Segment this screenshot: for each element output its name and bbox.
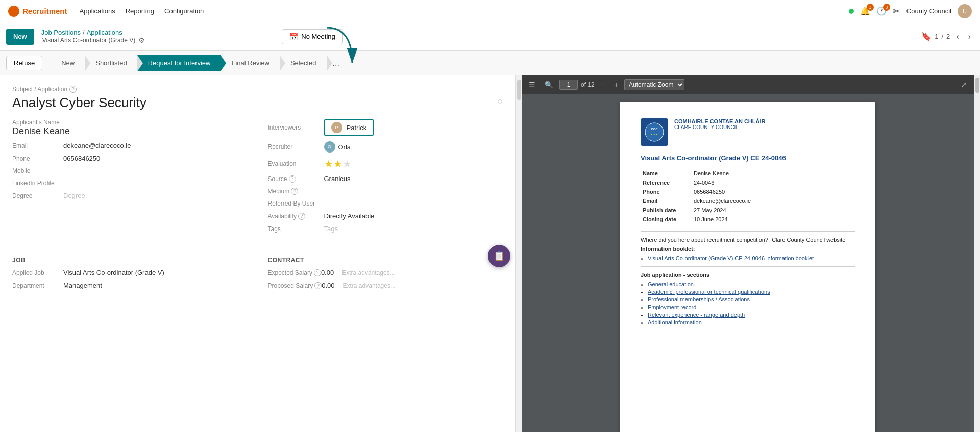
- favorite-circle-icon[interactable]: ○: [497, 96, 503, 107]
- interviewer-avatar: P: [331, 122, 342, 133]
- app-logo: Recruitment: [8, 6, 67, 17]
- applied-job-value: Visual Arts Co-ordinator (Grade V): [63, 269, 164, 276]
- availability-field: Availability ? Directly Available: [268, 212, 503, 220]
- pdf-section-5[interactable]: Additional information: [648, 319, 702, 325]
- pdf-field-closing: Closing date 10 June 2024: [641, 215, 855, 224]
- expected-salary-value[interactable]: 0.00: [321, 269, 334, 276]
- pdf-name-label: Name: [641, 169, 692, 178]
- top-nav: Recruitment Applications Reporting Confi…: [0, 0, 980, 22]
- pdf-scrollbar-thumb[interactable]: [975, 78, 979, 93]
- applicant-name-value: Denise Keane: [12, 126, 70, 137]
- left-column: Applicant's Name Denise Keane Email deke…: [12, 119, 248, 238]
- pdf-info-booklet-title: Information booklet:: [641, 246, 855, 252]
- tags-placeholder[interactable]: Tags: [324, 225, 338, 233]
- form-grid: Applicant's Name Denise Keane Email deke…: [12, 119, 503, 238]
- pdf-info-table: Name Denise Keane Reference 24-0046 Phon…: [641, 169, 855, 224]
- phone-field: Phone 0656846250: [12, 155, 248, 162]
- pdf-search-button[interactable]: 🔍: [542, 80, 556, 90]
- section-divider: [12, 246, 503, 246]
- expected-salary-field: Expected Salary ? 0.00 Extra advantages.…: [268, 269, 503, 276]
- bookmark-icon[interactable]: 🔖: [921, 32, 932, 41]
- tools-icon[interactable]: ✂: [893, 6, 900, 17]
- pdf-publish-label: Publish date: [641, 206, 692, 215]
- next-page-button[interactable]: ›: [965, 31, 974, 42]
- job-section-title: JOB: [12, 257, 248, 264]
- medium-field: Medium ?: [268, 188, 503, 195]
- evaluation-star-empty: ★: [342, 158, 352, 170]
- pagination: 🔖 1 / 2 ‹ ›: [921, 31, 974, 42]
- pdf-field-publish: Publish date 27 May 2024: [641, 206, 855, 215]
- new-button[interactable]: New: [6, 29, 34, 45]
- settings-gear-icon[interactable]: ⚙: [138, 36, 145, 44]
- stage-selected[interactable]: Selected: [280, 55, 327, 71]
- pdf-phone-label: Phone: [641, 187, 692, 196]
- pdf-section-0[interactable]: General education: [648, 281, 694, 287]
- medium-help-icon[interactable]: ?: [291, 188, 298, 195]
- proposed-help-icon[interactable]: ?: [314, 282, 322, 289]
- pdf-section-4[interactable]: Relevant experience - range and depth: [648, 312, 745, 318]
- pdf-org-line1: COMHAIRLE CONTAE AN CHLÁIR: [674, 118, 765, 124]
- recruiter-value[interactable]: O Orla: [324, 141, 351, 153]
- refuse-button[interactable]: Refuse: [6, 56, 42, 70]
- pdf-zoom-in-button[interactable]: +: [611, 80, 621, 90]
- pdf-closing-label: Closing date: [641, 215, 692, 224]
- prev-page-button[interactable]: ‹: [953, 31, 962, 42]
- pdf-section-2[interactable]: Professional memberships / Associations: [648, 296, 750, 302]
- pdf-content: CCC ★ ★ ★ COMHAIRLE CONTAE AN CHLÁIR CLA…: [522, 94, 974, 432]
- source-help-icon[interactable]: ?: [289, 175, 296, 183]
- fab-button[interactable]: 📋: [488, 245, 510, 267]
- pdf-scrollbar[interactable]: [974, 75, 980, 432]
- breadcrumb-applications[interactable]: Applications: [87, 29, 122, 36]
- degree-placeholder[interactable]: Degree: [63, 192, 85, 199]
- pdf-section-1[interactable]: Academic, professional or technical qual…: [648, 289, 770, 295]
- linkedin-field: LinkedIn Profile: [12, 180, 248, 187]
- department-value: Management: [63, 282, 102, 289]
- expected-extra[interactable]: Extra advantages...: [342, 269, 395, 276]
- proposed-extra[interactable]: Extra advantages...: [343, 282, 396, 289]
- mobile-field: Mobile: [12, 167, 248, 174]
- recruiter-avatar: O: [324, 141, 335, 153]
- avail-help-icon[interactable]: ?: [298, 213, 305, 220]
- pdf-doc-title: Visual Arts Co-ordinator (Grade V) CE 24…: [641, 154, 855, 162]
- pdf-toggle-sidebar-button[interactable]: ☰: [526, 80, 538, 90]
- nav-configuration[interactable]: Configuration: [164, 7, 204, 15]
- evaluation-stars[interactable]: ★★: [324, 158, 342, 170]
- pdf-page-input[interactable]: [559, 80, 578, 90]
- pdf-toolbar: ☰ 🔍 of 12 − + Automatic Zoom ⤢: [522, 75, 974, 94]
- interviewers-field: Interviewers P Patrick: [268, 119, 503, 136]
- pdf-field-name: Name Denise Keane: [641, 169, 855, 178]
- pdf-expand-button[interactable]: ⤢: [958, 80, 970, 90]
- clock-badge: 3: [883, 4, 890, 11]
- no-meeting-button[interactable]: 📅 No Meeting: [282, 29, 342, 44]
- stage-new[interactable]: New: [51, 55, 85, 71]
- nav-reporting[interactable]: Reporting: [126, 7, 154, 15]
- pdf-booklet-link[interactable]: Visual Arts Co-ordinator (Grade V) CE 24…: [648, 255, 814, 261]
- stage-shortlisted[interactable]: Shortlisted: [85, 55, 137, 71]
- nav-applications[interactable]: Applications: [80, 7, 115, 15]
- nav-links: Applications Reporting Configuration: [80, 7, 204, 15]
- pdf-zoom-select[interactable]: Automatic Zoom: [624, 79, 684, 90]
- expected-help-icon[interactable]: ?: [314, 269, 321, 276]
- pdf-section-3[interactable]: Employment record: [648, 304, 696, 310]
- breadcrumb-job-positions[interactable]: Job Positions: [41, 29, 81, 36]
- applicant-name-field: Applicant's Name Denise Keane: [12, 119, 248, 137]
- department-field: Department Management: [12, 282, 248, 289]
- user-avatar[interactable]: U: [958, 4, 972, 18]
- notification-clock[interactable]: 🕐 3: [876, 6, 887, 16]
- pdf-zoom-out-button[interactable]: −: [598, 80, 608, 90]
- breadcrumb: Job Positions / Applications Visual Arts…: [41, 29, 145, 44]
- subject-help-icon[interactable]: ?: [69, 86, 77, 93]
- calendar-icon: 📅: [289, 33, 298, 41]
- scrollbar-thumb[interactable]: [517, 80, 521, 100]
- stage-request-for-interview[interactable]: Request for Interview: [137, 55, 222, 71]
- left-scrollbar[interactable]: [516, 75, 522, 432]
- pdf-header: CCC ★ ★ ★ COMHAIRLE CONTAE AN CHLÁIR CLA…: [641, 118, 855, 146]
- notification-bell[interactable]: 🔔 3: [860, 6, 870, 16]
- breadcrumb-separator: /: [83, 29, 85, 36]
- interviewer-box[interactable]: P Patrick: [324, 119, 374, 136]
- email-value[interactable]: dekeane@clarecoco.ie: [63, 142, 131, 149]
- stage-final-review[interactable]: Final Review: [220, 55, 280, 71]
- breadcrumb-subtitle: Visual Arts Co-ordinator (Grade V): [42, 37, 136, 44]
- proposed-salary-value[interactable]: 0.00: [322, 282, 334, 289]
- stages: New Shortlisted Request for Interview Fi…: [51, 55, 346, 72]
